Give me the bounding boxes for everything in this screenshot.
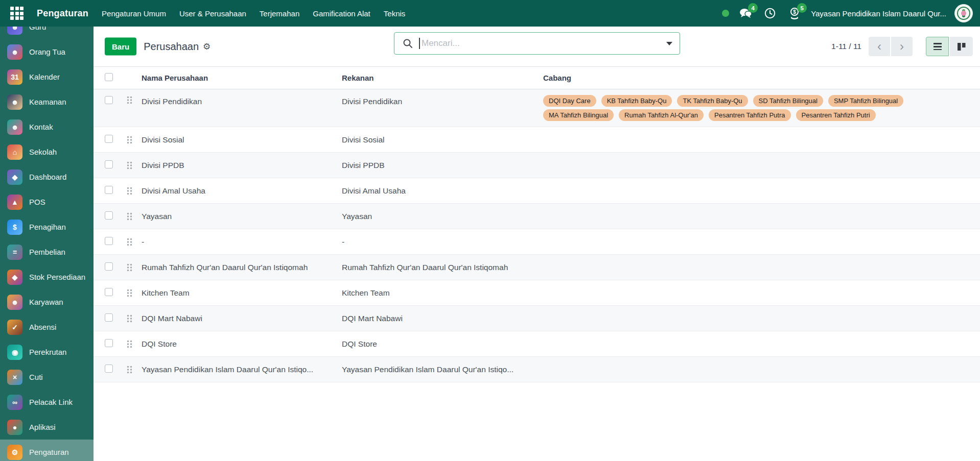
list-view-icon: [934, 43, 942, 50]
search-input[interactable]: [422, 38, 661, 48]
list-view-button[interactable]: [926, 37, 949, 56]
company-name-cell: Kitchen Team: [142, 288, 342, 298]
column-header-cabang[interactable]: Cabang: [543, 74, 972, 82]
row-checkbox[interactable]: [105, 237, 113, 245]
company-switcher[interactable]: Yayasan Pendidikan Islam Daarul Qur...: [811, 9, 946, 18]
sidebar-item-sekolah[interactable]: ⌂ Sekolah: [0, 139, 94, 164]
sidebar-item-label: Stok Persediaan: [29, 273, 85, 281]
sidebar-item-pengaturan[interactable]: ⚙ Pengaturan: [0, 440, 94, 461]
row-checkbox[interactable]: [105, 135, 113, 143]
kanban-view-button[interactable]: [950, 37, 973, 56]
sidebar-item-pos[interactable]: ▲ POS: [0, 189, 94, 214]
table-row[interactable]: Divisi Sosial Divisi Sosial: [94, 127, 980, 153]
branch-tag: SD Tahfizh Bilingual: [753, 95, 823, 107]
sidebar-item-absensi[interactable]: ✓ Absensi: [0, 314, 94, 339]
menu-pengaturan-umum[interactable]: Pengaturan Umum: [102, 9, 166, 18]
drag-handle-icon[interactable]: [127, 263, 142, 272]
row-checkbox[interactable]: [105, 262, 113, 271]
sidebar-item-kontak[interactable]: ☻ Kontak: [0, 114, 94, 139]
table-row[interactable]: Kitchen Team Kitchen Team: [94, 280, 980, 306]
menu-user-perusahaan[interactable]: User & Perusahaan: [179, 9, 246, 18]
app-name[interactable]: Pengaturan: [37, 8, 88, 19]
drag-handle-icon[interactable]: [127, 366, 142, 374]
view-title: Perusahaan ⚙: [144, 41, 211, 53]
view-switcher: [926, 37, 973, 56]
apps-grid-icon[interactable]: [10, 7, 24, 20]
settings-icon: ⚙: [7, 445, 22, 460]
messages-icon[interactable]: 4: [737, 5, 754, 21]
row-checkbox[interactable]: [105, 96, 113, 104]
sidebar-item-cuti[interactable]: × Cuti: [0, 365, 94, 390]
table-row[interactable]: Yayasan Pendidikan Islam Daarul Qur'an I…: [94, 357, 980, 382]
select-all-checkbox[interactable]: [105, 73, 113, 81]
menu-gamification-alat[interactable]: Gamification Alat: [313, 9, 370, 18]
pager-next-button[interactable]: ›: [891, 37, 913, 56]
activities-icon[interactable]: $ 5: [786, 5, 803, 21]
svg-text:$: $: [793, 9, 796, 15]
sidebar-item-kalender[interactable]: 31 Kalender: [0, 64, 94, 89]
search-dropdown-caret-icon[interactable]: [666, 42, 672, 45]
menu-terjemahan[interactable]: Terjemahan: [260, 9, 299, 18]
sidebar-item-guru[interactable]: ☻ Guru: [0, 27, 94, 39]
branch-tag: KB Tahfizh Baby-Qu: [601, 95, 672, 107]
sidebar-item-pelacak-link[interactable]: ∞ Pelacak Link: [0, 390, 94, 415]
row-checkbox[interactable]: [105, 160, 113, 168]
sidebar-item-stok-persediaan[interactable]: ◆ Stok Persediaan: [0, 264, 94, 289]
sidebar-item-aplikasi[interactable]: ● Aplikasi: [0, 415, 94, 440]
table-row[interactable]: - -: [94, 229, 980, 255]
row-checkbox[interactable]: [105, 339, 113, 347]
table-row[interactable]: DQI Store DQI Store: [94, 331, 980, 357]
sidebar-item-label: Keamanan: [29, 98, 66, 106]
clock-icon[interactable]: [762, 5, 778, 21]
row-checkbox[interactable]: [105, 186, 113, 194]
drag-handle-icon[interactable]: [127, 212, 142, 221]
rekanan-cell: Rumah Tahfizh Qur'an Daarul Qur'an Istiq…: [342, 263, 543, 272]
drag-handle-icon[interactable]: [127, 340, 142, 348]
new-record-button[interactable]: Baru: [105, 38, 136, 56]
actions-gear-icon[interactable]: ⚙: [203, 42, 211, 51]
parents-icon: ☻: [7, 44, 22, 60]
sidebar-item-karyawan[interactable]: ☻ Karyawan: [0, 289, 94, 314]
settings-companies-page: Pengaturan Pengaturan Umum User & Perusa…: [0, 0, 980, 461]
user-avatar[interactable]: [954, 4, 973, 22]
table-row[interactable]: Divisi Amal Usaha Divisi Amal Usaha: [94, 178, 980, 204]
drag-handle-icon[interactable]: [127, 187, 142, 195]
branch-tag: Pesantren Tahfizh Putri: [796, 109, 876, 121]
column-header-nama-perusahaan[interactable]: Nama Perusahaan: [142, 74, 342, 82]
contacts-icon: ☻: [7, 119, 22, 135]
sidebar-item-penagihan[interactable]: $ Penagihan: [0, 214, 94, 239]
branch-tag: Pesantren Tahfizh Putra: [709, 109, 791, 121]
drag-handle-icon[interactable]: [127, 289, 142, 297]
calendar-icon: 31: [7, 69, 22, 85]
drag-handle-icon[interactable]: [127, 89, 142, 104]
company-name-cell: Yayasan Pendidikan Islam Daarul Qur'an I…: [142, 365, 342, 374]
company-name-cell: Divisi PPDB: [142, 161, 342, 170]
sidebar-item-dashboard[interactable]: ◆ Dashboard: [0, 164, 94, 189]
table-row[interactable]: Divisi PPDB Divisi PPDB: [94, 153, 980, 178]
school-icon: ⌂: [7, 144, 22, 160]
sidebar-item-keamanan[interactable]: ☻ Keamanan: [0, 89, 94, 114]
branch-tag: DQI Day Care: [543, 95, 596, 107]
sidebar-item-pembelian[interactable]: = Pembelian: [0, 239, 94, 264]
row-checkbox[interactable]: [105, 211, 113, 220]
pager-previous-button[interactable]: ‹: [869, 37, 890, 56]
drag-handle-icon[interactable]: [127, 161, 142, 169]
sidebar-item-perekrutan[interactable]: ◉ Perekrutan: [0, 339, 94, 365]
drag-handle-icon[interactable]: [127, 238, 142, 246]
table-body: Divisi Pendidikan Divisi Pendidikan DQI …: [94, 89, 980, 382]
drag-handle-icon[interactable]: [127, 314, 142, 323]
row-checkbox[interactable]: [105, 313, 113, 322]
menu-teknis[interactable]: Teknis: [384, 9, 406, 18]
pager-value[interactable]: 1-11 / 11: [831, 42, 861, 51]
table-row[interactable]: Divisi Pendidikan Divisi Pendidikan DQI …: [94, 89, 980, 127]
row-checkbox[interactable]: [105, 288, 113, 296]
table-row[interactable]: Yayasan Yayasan: [94, 204, 980, 229]
row-checkbox[interactable]: [105, 365, 113, 373]
drag-handle-icon[interactable]: [127, 136, 142, 144]
time-off-icon: ×: [7, 370, 22, 385]
attendance-icon: ✓: [7, 320, 22, 335]
table-row[interactable]: Rumah Tahfizh Qur'an Daarul Qur'an Istiq…: [94, 255, 980, 280]
column-header-rekanan[interactable]: Rekanan: [342, 74, 543, 82]
sidebar-item-orang-tua[interactable]: ☻ Orang Tua: [0, 39, 94, 64]
table-row[interactable]: DQI Mart Nabawi DQI Mart Nabawi: [94, 306, 980, 331]
